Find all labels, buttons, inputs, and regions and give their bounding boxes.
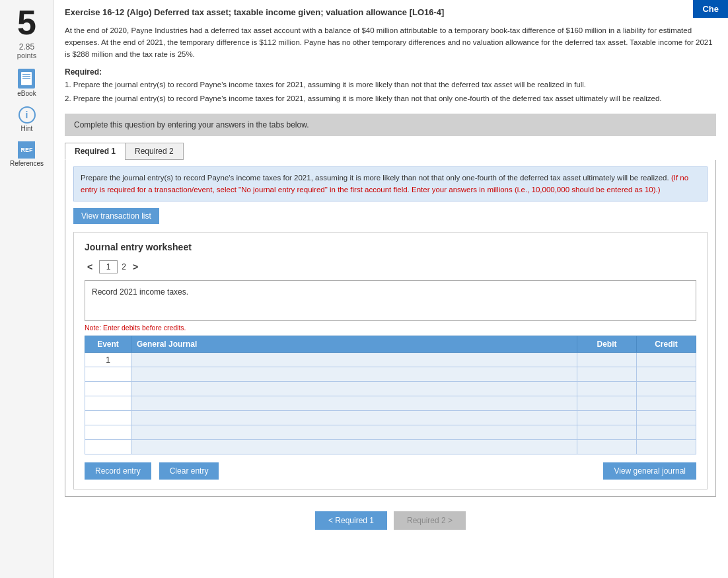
col-event: Event <box>85 336 131 353</box>
table-row-event-6 <box>85 440 131 454</box>
question-number: 5 <box>17 5 36 40</box>
action-buttons-row: Record entry Clear entry View general jo… <box>85 462 696 480</box>
journal-worksheet: Journal entry worksheet < 1 2 > Record 2… <box>73 232 708 489</box>
table-row-debit-4[interactable] <box>577 411 637 425</box>
check-button[interactable]: Che <box>693 0 728 18</box>
table-row-journal-1[interactable] <box>131 367 577 382</box>
hint-icon: i <box>18 106 36 124</box>
table-row-journal-4[interactable] <box>131 411 577 425</box>
ebook-icon <box>18 69 35 89</box>
bottom-nav: < Required 1 Required 2 > <box>65 511 716 530</box>
col-credit: Credit <box>637 336 696 353</box>
references-icon: REF <box>18 141 35 159</box>
table-row-credit-1[interactable] <box>637 367 696 382</box>
required-label: Required: <box>65 67 716 77</box>
tab-content: Prepare the journal entry(s) to record P… <box>65 160 716 497</box>
page-current[interactable]: 1 <box>99 260 118 273</box>
ebook-label: eBook <box>17 90 36 97</box>
table-row-event-5 <box>85 425 131 440</box>
nav-required-2-button: Required 2 > <box>394 511 466 530</box>
worksheet-title: Journal entry worksheet <box>85 242 696 252</box>
table-row-debit-3[interactable] <box>577 396 637 411</box>
instruction-text-main: Prepare the journal entry(s) to record P… <box>81 174 671 182</box>
col-debit: Debit <box>577 336 637 353</box>
points-label: points <box>17 52 36 59</box>
table-row-credit-2[interactable] <box>637 382 696 396</box>
required-item-2: 2. Prepare the journal entry(s) to recor… <box>65 92 716 106</box>
complete-banner: Complete this question by entering your … <box>65 114 716 136</box>
sidebar-item-ebook[interactable]: eBook <box>17 69 36 97</box>
table-row-credit-5[interactable] <box>637 425 696 440</box>
table-row-credit-6[interactable] <box>637 440 696 454</box>
hint-label: Hint <box>21 125 33 132</box>
page-next-button[interactable]: > <box>130 262 141 272</box>
exercise-title: Exercise 16-12 (Algo) Deferred tax asset… <box>65 7 716 18</box>
table-row-debit-2[interactable] <box>577 382 637 396</box>
table-row-journal-0[interactable] <box>131 353 577 367</box>
tab-required-1[interactable]: Required 1 <box>65 143 126 160</box>
table-row-debit-5[interactable] <box>577 425 637 440</box>
table-row-credit-0[interactable] <box>637 353 696 367</box>
instruction-box: Prepare the journal entry(s) to record P… <box>73 166 708 202</box>
table-row-debit-6[interactable] <box>577 440 637 454</box>
references-label: References <box>10 160 44 167</box>
table-row-journal-5[interactable] <box>131 425 577 440</box>
sidebar-item-hint[interactable]: i Hint <box>18 106 36 132</box>
points-value: 2.85 <box>17 42 36 52</box>
table-row-debit-1[interactable] <box>577 367 637 382</box>
col-general-journal: General Journal <box>131 336 577 353</box>
nav-required-1-button[interactable]: < Required 1 <box>315 511 387 530</box>
record-entry-button[interactable]: Record entry <box>85 462 151 480</box>
view-general-journal-button[interactable]: View general journal <box>603 462 696 480</box>
table-row-event-3 <box>85 396 131 411</box>
exercise-description: At the end of 2020, Payne Industries had… <box>65 25 716 60</box>
view-transaction-button[interactable]: View transaction list <box>73 208 159 224</box>
table-row-event-4 <box>85 411 131 425</box>
table-row-debit-0[interactable] <box>577 353 637 367</box>
sidebar-item-references[interactable]: REF References <box>10 141 44 167</box>
table-row-event-2 <box>85 382 131 396</box>
tab-required-2[interactable]: Required 2 <box>125 143 184 160</box>
table-row-credit-4[interactable] <box>637 411 696 425</box>
journal-table: Event General Journal Debit Credit 1 <box>85 336 696 454</box>
debit-credit-note: Note: Enter debits before credits. <box>85 324 696 332</box>
transaction-description: Record 2021 income taxes. <box>85 280 696 321</box>
table-row-journal-2[interactable] <box>131 382 577 396</box>
table-row-credit-3[interactable] <box>637 396 696 411</box>
page-prev-button[interactable]: < <box>85 262 95 272</box>
clear-entry-button[interactable]: Clear entry <box>159 462 219 480</box>
table-row-journal-3[interactable] <box>131 396 577 411</box>
table-row-journal-6[interactable] <box>131 440 577 454</box>
table-row-event-0: 1 <box>85 353 131 367</box>
page-next: 2 <box>122 262 126 271</box>
table-row-event-1 <box>85 367 131 382</box>
required-item-1: 1. Prepare the journal entry(s) to recor… <box>65 79 716 92</box>
